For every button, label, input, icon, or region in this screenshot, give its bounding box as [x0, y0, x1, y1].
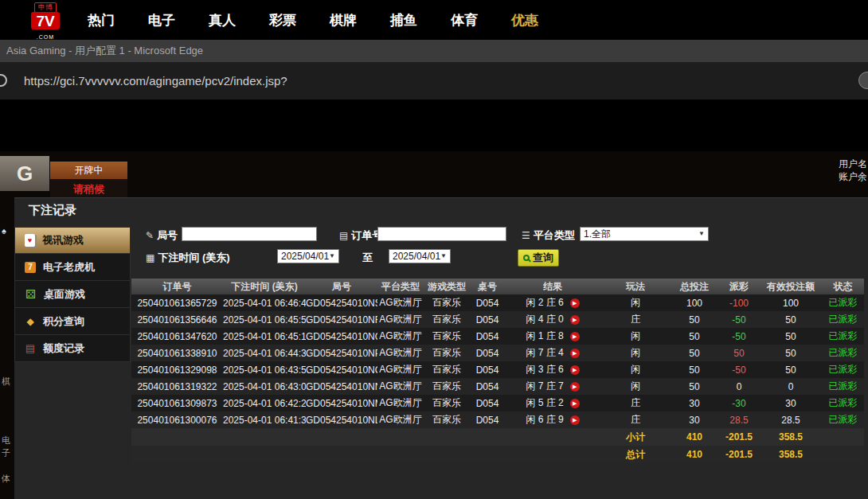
column-header: 状态: [822, 279, 864, 294]
round-no-cell: GD054254010NN: [306, 378, 377, 395]
dealing-status: 开牌中: [50, 162, 127, 179]
table-no-cell: D054: [470, 395, 505, 411]
date-to-select[interactable]: ▼ 2025/04/01: [389, 249, 451, 263]
play-cell: 闲: [600, 378, 671, 395]
empty-cell: [377, 446, 424, 463]
empty-cell: [822, 446, 864, 463]
order-no-input[interactable]: [377, 227, 506, 241]
platform-cell: AG欧洲厅: [377, 311, 424, 328]
nav-item-5[interactable]: 棋牌: [330, 11, 357, 29]
platform-cell: AG欧洲厅: [377, 345, 424, 361]
result-cell: 闲 6 庄 9▶: [505, 411, 600, 428]
table-no-cell: D054: [470, 345, 505, 361]
grand-total-row: 总计410-201.5358.5: [131, 446, 864, 463]
replay-video-icon[interactable]: ▶: [570, 382, 580, 392]
url-text[interactable]: https://gci.7vvvvvv.com/agingame/pcv2/in…: [24, 62, 287, 99]
total-bet-cell: 30: [671, 395, 718, 411]
nav-item-3[interactable]: 真人: [209, 11, 236, 29]
asia-gaming-logo: G: [0, 156, 49, 191]
empty-cell: [223, 446, 306, 463]
sidebar-item-label: 电子老虎机: [43, 260, 95, 275]
order-no-cell: 250401061300076: [131, 411, 223, 428]
platform-select[interactable]: ▼ 1.全部: [580, 227, 709, 241]
empty-cell: [131, 428, 223, 446]
bet-time-cell: 2025-04-01 06:41:38: [223, 411, 306, 428]
slot-icon: 7: [25, 262, 36, 273]
nav-item-6[interactable]: 捕鱼: [390, 11, 417, 29]
nav-item-2[interactable]: 电子: [148, 11, 175, 29]
nav-item-4[interactable]: 彩票: [269, 11, 296, 29]
sidebar-item[interactable]: 7电子老虎机: [14, 254, 131, 281]
table-header-row: 订单号下注时间 (美东)局号平台类型游戏类型桌号结果玩法总投注派彩有效投注额状态: [131, 279, 864, 294]
total-bet-cell: 50: [671, 361, 718, 378]
bet-time-cell: 2025-04-01 06:46:40: [223, 294, 306, 311]
replay-video-icon[interactable]: ▶: [570, 399, 580, 408]
column-header: 下注时间 (美东): [223, 279, 306, 294]
play-cell: 闲: [600, 294, 671, 311]
order-no-cell: 250401061356646: [131, 311, 223, 328]
game-type-cell: 百家乐: [424, 328, 470, 345]
table-body: 2504010613657292025-04-01 06:46:40GD0542…: [131, 294, 864, 463]
replay-video-icon[interactable]: ▶: [570, 349, 580, 358]
sidebar-item[interactable]: ⚄桌面游戏: [14, 281, 131, 308]
replay-video-icon[interactable]: ▶: [570, 415, 580, 425]
table-no-cell: D054: [470, 361, 505, 378]
sidebar-item[interactable]: ◆积分查询: [14, 308, 131, 335]
sidebar-item[interactable]: ▤额度记录: [14, 335, 131, 362]
order-no-cell: 250401061319322: [131, 378, 223, 395]
to-label: 至: [362, 251, 373, 265]
username-label: 用户名: [839, 158, 867, 171]
empty-cell: [306, 428, 377, 446]
column-header: 结果: [505, 279, 600, 294]
result-text: 闲 3 庄 6: [526, 364, 563, 375]
cards-icon: ♥: [25, 234, 35, 247]
table-row: 2504010613566462025-04-01 06:45:59GD0542…: [131, 311, 864, 328]
browser-address-bar[interactable]: https://gci.7vvvvvv.com/agingame/pcv2/in…: [0, 62, 868, 99]
result-cell: 闲 1 庄 8▶: [505, 328, 600, 345]
replay-video-icon[interactable]: ▶: [570, 298, 580, 308]
bet-record-table: 订单号下注时间 (美东)局号平台类型游戏类型桌号结果玩法总投注派彩有效投注额状态…: [131, 279, 864, 463]
total-bet-cell: 30: [671, 411, 718, 428]
replay-video-icon[interactable]: ▶: [570, 365, 580, 375]
result-cell: 闲 7 庄 4▶: [505, 345, 600, 361]
payout-cell: 0: [718, 378, 760, 395]
valid-bet-cell: 30: [760, 395, 822, 411]
table-row: 2504010613657292025-04-01 06:46:40GD0542…: [131, 294, 864, 311]
subtotal-row: 小计410-201.5358.5: [131, 428, 864, 446]
page-stage: G 开牌中 请稍候 用户名 账户余 ♠棋电子体 下注记录 ♥视讯游戏7电子老虎机…: [0, 151, 868, 499]
nav-item-1[interactable]: 热门: [88, 11, 115, 29]
browser-menu-icon[interactable]: [858, 72, 868, 89]
round-no-input[interactable]: [182, 227, 317, 241]
game-type-cell: 百家乐: [424, 361, 470, 378]
bet-record-table-wrap: 订单号下注时间 (美东)局号平台类型游戏类型桌号结果玩法总投注派彩有效投注额状态…: [131, 279, 864, 463]
empty-cell: [223, 428, 306, 446]
summary-valid-bet-cell: 358.5: [760, 446, 822, 463]
sliver-glyph: 子: [2, 447, 10, 459]
replay-video-icon[interactable]: ▶: [570, 315, 580, 325]
bet-time-cell: 2025-04-01 06:44:36: [223, 345, 306, 361]
sidebar-item[interactable]: ♥视讯游戏: [14, 227, 131, 254]
nav-item-8[interactable]: 优惠: [511, 11, 538, 29]
browser-title-bar: Asia Gaming - 用户配置 1 - Microsoft Edge: [0, 40, 868, 62]
round-no-label: ✎局号: [146, 228, 178, 243]
panel-title: 下注记录: [29, 203, 76, 218]
date-from-select[interactable]: ▼ 2025/04/01: [277, 249, 339, 263]
payout-cell: 28.5: [718, 411, 760, 428]
platform-cell: AG欧洲厅: [377, 411, 424, 428]
platform-cell: AG欧洲厅: [377, 328, 424, 345]
summary-label-cell: 小计: [600, 428, 671, 446]
game-type-cell: 百家乐: [424, 311, 470, 328]
logo-shenbo-badge: 申博: [34, 2, 57, 13]
bet-time-cell: 2025-04-01 06:45:59: [223, 311, 306, 328]
replay-video-icon[interactable]: ▶: [570, 332, 580, 341]
payout-cell: 50: [718, 345, 760, 361]
sidebar-item-label: 额度记录: [43, 341, 84, 356]
valid-bet-cell: 50: [760, 361, 822, 378]
bet-time-cell: 2025-04-01 06:43:07: [223, 378, 306, 395]
page-info-icon[interactable]: [0, 74, 7, 87]
list-icon: ☰: [522, 230, 530, 241]
sidebar-item-label: 桌面游戏: [44, 287, 85, 302]
nav-item-7[interactable]: 体育: [451, 11, 478, 29]
site-logo[interactable]: 申博 7V .COM: [22, 0, 68, 41]
search-button[interactable]: 查询: [518, 249, 559, 267]
